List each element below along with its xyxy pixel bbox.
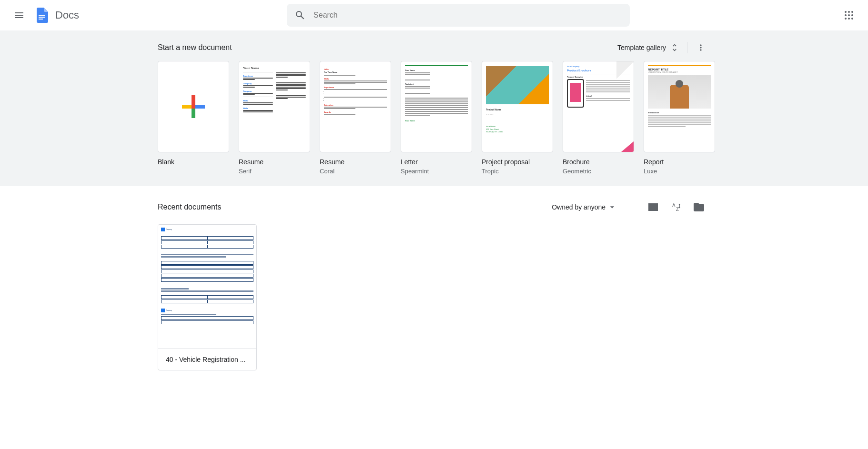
template-name: Report: [644, 158, 715, 166]
template-sub: Tropic: [482, 168, 553, 175]
sort-button[interactable]: AZ: [665, 196, 687, 219]
hamburger-icon: [13, 10, 25, 21]
svg-point-5: [851, 11, 853, 13]
ownership-filter-label: Owned by anyone: [552, 203, 606, 211]
google-apps-button[interactable]: [838, 4, 860, 27]
template-row: Blank Your Name Experience Company Compa…: [158, 61, 710, 175]
document-footer: 40 - Vehicle Registration ...: [158, 349, 256, 370]
folder-icon: [693, 201, 705, 213]
list-icon: [647, 201, 659, 213]
template-name: Letter: [401, 158, 472, 166]
svg-point-8: [851, 14, 853, 16]
svg-rect-1: [39, 17, 45, 18]
plus-icon: [182, 95, 205, 118]
template-more-button[interactable]: [691, 38, 710, 57]
template-sub: Luxe: [644, 168, 715, 175]
template-report-luxe[interactable]: REPORT TITLE LOREM IPSUM DOLOR SIT AMET …: [644, 61, 715, 175]
docs-logo[interactable]: [32, 6, 51, 25]
open-file-picker-button[interactable]: [687, 196, 710, 219]
template-thumb: Your Company Product Brochure Product Ov…: [563, 61, 634, 152]
recent-section: Recent documents Owned by anyone AZ Comp…: [0, 186, 868, 380]
template-gallery-button[interactable]: Template gallery: [614, 39, 683, 56]
template-resume-coral[interactable]: Hello For Your Name Skills Experience Ed…: [320, 61, 391, 175]
template-name: Brochure: [563, 158, 634, 166]
svg-point-6: [845, 14, 847, 16]
template-sub: Geometric: [563, 168, 634, 175]
template-thumb: Hello For Your Name Skills Experience Ed…: [320, 61, 391, 152]
svg-point-9: [845, 18, 847, 20]
svg-point-10: [848, 18, 850, 20]
template-name: Project proposal: [482, 158, 553, 166]
svg-text:Z: Z: [676, 207, 679, 212]
search-wrap: [79, 4, 838, 27]
apps-grid-icon: [844, 10, 854, 20]
svg-rect-2: [39, 19, 43, 20]
recent-grid: Company: [158, 224, 710, 370]
divider: [687, 42, 687, 53]
svg-point-7: [848, 14, 850, 16]
svg-rect-0: [39, 15, 45, 16]
template-name: Blank: [158, 158, 229, 166]
template-letter-spearmint[interactable]: Your Name Recipient: [401, 61, 472, 175]
template-brochure-geometric[interactable]: Your Company Product Brochure Product Ov…: [563, 61, 634, 175]
template-thumb-blank: [158, 61, 229, 152]
template-name: Resume: [239, 158, 310, 166]
thumb-text: Project Name: [486, 108, 549, 111]
template-sub: Spearmint: [401, 168, 472, 175]
template-project-tropic[interactable]: Project Name 07.04.20XX Your Name123 You…: [482, 61, 553, 175]
svg-text:A: A: [672, 203, 676, 208]
template-thumb: REPORT TITLE LOREM IPSUM DOLOR SIT AMET …: [644, 61, 715, 152]
main-menu-button[interactable]: [8, 4, 30, 27]
more-vert-icon: [696, 43, 706, 52]
header: Docs: [0, 0, 868, 30]
svg-rect-12: [649, 204, 657, 210]
search-bar[interactable]: [287, 4, 630, 27]
template-thumb: Your Name Recipient: [401, 61, 472, 152]
template-sub: Coral: [320, 168, 391, 175]
template-header: Start a new document Template gallery: [158, 38, 710, 57]
template-resume-serif[interactable]: Your Name Experience Company Company Ski…: [239, 61, 310, 175]
thumb-text: LOREM IPSUM DOLOR SIT AMET: [648, 71, 711, 73]
document-thumbnail: Company: [158, 225, 256, 349]
list-view-button[interactable]: [642, 196, 665, 219]
search-input[interactable]: [313, 11, 622, 20]
ownership-filter[interactable]: Owned by anyone: [546, 202, 623, 212]
svg-point-4: [848, 11, 850, 13]
docs-icon: [33, 7, 50, 24]
template-thumb: Your Name Experience Company Company Ski…: [239, 61, 310, 152]
template-section: Start a new document Template gallery Bl: [0, 30, 868, 186]
template-thumb: Project Name 07.04.20XX Your Name123 You…: [482, 61, 553, 152]
document-title: 40 - Vehicle Registration ...: [166, 356, 249, 363]
thumb-text: For Your Name: [324, 71, 387, 73]
app-title: Docs: [55, 9, 79, 21]
template-heading: Start a new document: [158, 43, 614, 52]
svg-point-3: [845, 11, 847, 13]
recent-header: Recent documents Owned by anyone AZ: [158, 196, 710, 219]
template-name: Resume: [320, 158, 391, 166]
search-icon: [294, 10, 306, 21]
unfold-icon: [670, 43, 679, 52]
thumb-text: Your Name: [243, 66, 273, 70]
thumb-text: Introduction: [648, 111, 711, 114]
template-gallery-label: Template gallery: [617, 44, 666, 51]
template-blank[interactable]: Blank: [158, 61, 229, 175]
document-card[interactable]: Company: [158, 224, 257, 370]
template-sub: Serif: [239, 168, 310, 175]
svg-point-11: [851, 18, 853, 20]
recent-heading: Recent documents: [158, 203, 546, 211]
dropdown-icon: [607, 202, 617, 212]
sort-az-icon: AZ: [670, 201, 682, 213]
